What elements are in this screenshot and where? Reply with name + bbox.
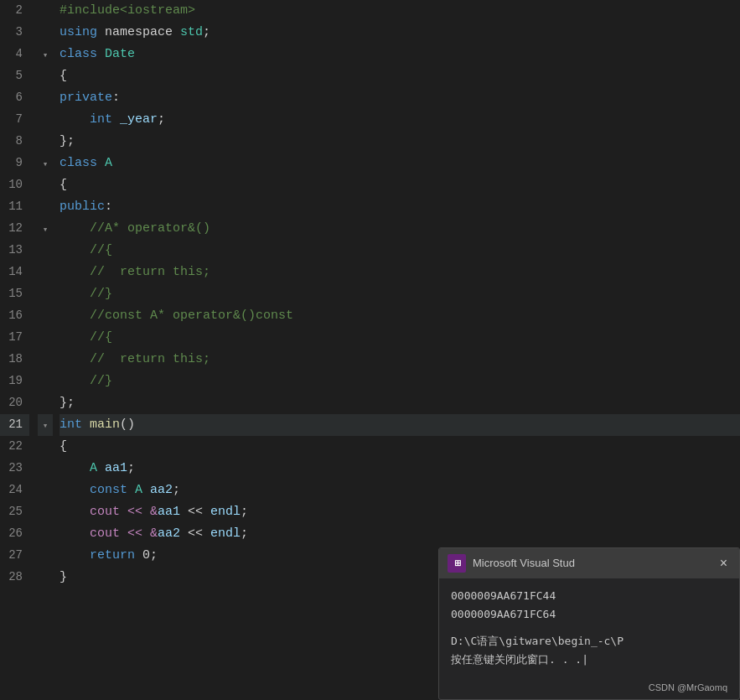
fold-gutter-7 — [38, 109, 53, 131]
code-line-19: //} — [60, 371, 740, 392]
notification-popup: ⊞ Microsoft Visual Stud × 0000009AA671FC… — [438, 547, 740, 700]
code-line-18: // return this; — [60, 349, 740, 371]
notification-line5: 按任意键关闭此窗口. . .| — [451, 651, 727, 669]
fold-gutter-18 — [38, 349, 53, 371]
line-number-3: 3 — [0, 22, 29, 44]
notification-body: 0000009AA671FC44 0000009AA671FC64 D:\C语言… — [439, 578, 739, 679]
vs-icon-text: ⊞ — [454, 558, 460, 568]
code-line-10: { — [60, 174, 740, 196]
code-segment: aa2 — [150, 480, 173, 501]
fold-gutter-14 — [38, 262, 53, 283]
code-segment: public — [60, 196, 105, 218]
notification-header: ⊞ Microsoft Visual Stud × — [439, 548, 739, 578]
line-number-24: 24 — [0, 480, 29, 501]
fold-gutter-25 — [38, 501, 53, 523]
line-number-20: 20 — [0, 392, 29, 414]
fold-icon-12[interactable]: ▾ — [43, 224, 49, 235]
notification-line1: 0000009AA671FC44 — [451, 587, 727, 605]
line-number-25: 25 — [0, 501, 29, 523]
code-line-4: class Date — [60, 44, 740, 65]
fold-gutter-21: ▾ — [38, 414, 53, 436]
code-segment: //} — [60, 283, 112, 305]
line-number-14: 14 — [0, 262, 29, 283]
code-segment: 0 — [142, 545, 150, 567]
code-segment: }; — [60, 131, 75, 153]
fold-icon-4[interactable]: ▾ — [43, 49, 49, 60]
code-line-14: // return this; — [60, 262, 740, 283]
code-segment: ; — [241, 523, 248, 545]
fold-gutter-3 — [38, 22, 53, 44]
line-number-7: 7 — [0, 109, 29, 131]
code-segment: private — [60, 87, 112, 109]
code-segment — [60, 480, 90, 501]
fold-gutter-24 — [38, 480, 53, 501]
fold-gutter-8 — [38, 131, 53, 153]
code-segment: } — [60, 567, 67, 589]
code-segment: aa1 — [105, 458, 127, 480]
fold-icon-9[interactable]: ▾ — [43, 158, 49, 169]
code-line-20: }; — [60, 392, 740, 414]
code-segment: // return this; — [60, 349, 210, 371]
code-line-25: cout << &aa1 << endl; — [60, 501, 740, 523]
fold-icon-21[interactable]: ▾ — [43, 420, 49, 431]
code-segment: ; — [203, 22, 210, 44]
fold-gutter-11 — [38, 196, 53, 218]
code-line-15: //} — [60, 283, 740, 305]
code-line-24: const A aa2; — [60, 480, 740, 501]
code-segment: main — [90, 414, 120, 436]
line-number-12: 12 — [0, 218, 29, 240]
code-line-3: using namespace std; — [60, 22, 740, 44]
code-segment: { — [60, 436, 67, 458]
fold-gutter-17 — [38, 327, 53, 349]
code-segment: << — [180, 501, 210, 523]
line-number-6: 6 — [0, 87, 29, 109]
code-segment — [97, 458, 105, 480]
notification-line4: D:\C语言\gitware\begin_-c\P — [451, 632, 727, 651]
line-number-27: 27 — [0, 545, 29, 567]
code-segment: endl — [210, 523, 241, 545]
notification-title: Microsoft Visual Stud — [473, 557, 575, 569]
code-line-26: cout << &aa2 << endl; — [60, 523, 740, 545]
code-segment: : — [112, 87, 120, 109]
line-number-16: 16 — [0, 305, 29, 327]
code-line-16: //const A* operator&()const — [60, 305, 740, 327]
line-number-2: 2 — [0, 0, 29, 22]
code-segment: A — [135, 480, 150, 501]
code-segment: aa1 — [158, 501, 180, 523]
code-segment: //const A* operator&()const — [60, 305, 293, 327]
code-segment: return — [60, 545, 142, 567]
code-segment: const — [90, 480, 135, 501]
code-segment: //{ — [60, 240, 112, 262]
line-number-13: 13 — [0, 240, 29, 262]
code-segment: }; — [60, 392, 75, 414]
code-segment: int — [60, 414, 90, 436]
code-segment: () — [120, 414, 135, 436]
code-line-8: }; — [60, 131, 740, 153]
fold-gutter-27 — [38, 545, 53, 567]
code-segment: : — [105, 196, 112, 218]
code-segment: std — [180, 22, 203, 44]
fold-gutter-16 — [38, 305, 53, 327]
code-segment: << — [180, 523, 210, 545]
notification-close-button[interactable]: × — [717, 555, 731, 572]
line-numbers: 2345678910111213141516171819202122232425… — [0, 0, 38, 700]
code-line-2: #include<iostream> — [60, 0, 740, 22]
code-line-9: class A — [60, 153, 740, 174]
line-number-15: 15 — [0, 283, 29, 305]
code-segment: int — [60, 109, 120, 131]
code-segment: ; — [241, 501, 248, 523]
fold-gutter-9: ▾ — [38, 153, 53, 174]
fold-gutter-26 — [38, 523, 53, 545]
code-line-21: int main() — [60, 414, 740, 436]
line-number-10: 10 — [0, 174, 29, 196]
notification-header-left: ⊞ Microsoft Visual Stud — [448, 554, 575, 573]
code-segment: ; — [127, 458, 135, 480]
code-segment — [60, 458, 90, 480]
editor-container: 2345678910111213141516171819202122232425… — [0, 0, 740, 700]
code-segment: ; — [150, 545, 158, 567]
code-segment: class — [60, 44, 105, 65]
code-segment: cout << & — [60, 501, 158, 523]
line-number-21: 21 — [0, 414, 29, 436]
line-number-17: 17 — [0, 327, 29, 349]
fold-gutter-4: ▾ — [38, 44, 53, 65]
